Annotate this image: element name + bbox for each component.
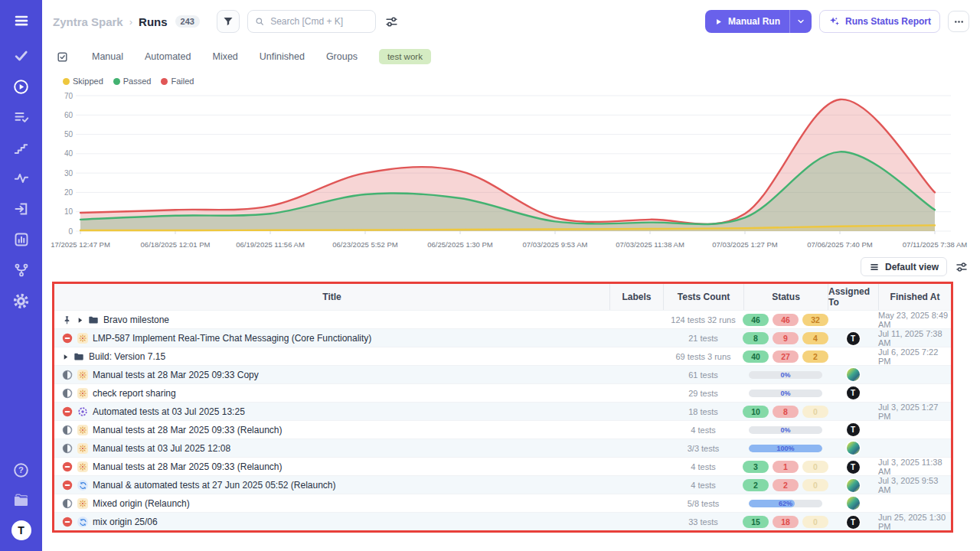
search-input[interactable] [269, 15, 368, 28]
run-title[interactable]: Bravo milestone [103, 315, 169, 325]
runs-status-report-button[interactable]: Runs Status Report [819, 10, 940, 33]
test-plans-icon [14, 109, 29, 125]
user-avatar[interactable]: T [11, 520, 31, 540]
caret-icon[interactable] [77, 317, 83, 324]
run-title[interactable]: Automated tests at 03 Jul 2025 13:25 [93, 406, 245, 417]
svg-text:10: 10 [64, 207, 74, 216]
table-row[interactable]: Manual tests at 28 Mar 2025 09:33 (Relau… [54, 457, 951, 475]
status-cell: 0% [743, 390, 828, 397]
table-row[interactable]: Manual tests at 03 Jul 2025 12:083/3 tes… [54, 439, 951, 457]
folder-icon [88, 315, 99, 325]
sidebar-item-projects[interactable] [11, 490, 32, 511]
photo-avatar[interactable] [847, 479, 860, 492]
search-box[interactable] [247, 10, 376, 33]
table-row[interactable]: Automated tests at 03 Jul 2025 13:2518 t… [54, 402, 951, 420]
column-header-labels[interactable]: Labels [609, 284, 663, 310]
sidebar-item-defects[interactable] [11, 168, 32, 189]
manual-run-dropdown[interactable] [789, 10, 812, 33]
tab-mixed[interactable]: Mixed [212, 51, 237, 62]
t-avatar[interactable]: T [847, 516, 860, 529]
column-header-title[interactable]: Title [54, 284, 609, 310]
column-header-tests-count[interactable]: Tests Count [663, 284, 743, 310]
photo-avatar[interactable] [847, 442, 860, 455]
table-row[interactable]: Manual tests at 28 Mar 2025 09:33 Copy61… [54, 365, 951, 383]
sidebar-item-milestones[interactable] [11, 137, 32, 158]
tab-unfinished[interactable]: Unfinished [260, 51, 305, 62]
filter-button[interactable] [217, 10, 240, 33]
photo-avatar[interactable] [847, 497, 860, 510]
run-title[interactable]: Manual & automated tests at 27 Jun 2025 … [93, 480, 336, 491]
photo-avatar[interactable] [847, 368, 860, 381]
run-title[interactable]: Manual tests at 28 Mar 2025 09:33 (Relau… [93, 461, 282, 472]
run-title[interactable]: check report sharing [93, 388, 176, 399]
table-row[interactable]: Manual & automated tests at 27 Jun 2025 … [54, 475, 951, 494]
tab-groups[interactable]: Groups [326, 51, 358, 62]
run-title[interactable]: Manual tests at 28 Mar 2025 09:33 (Relau… [93, 425, 282, 435]
progress-bar: 0% [749, 390, 822, 397]
search-settings-button[interactable] [384, 15, 400, 28]
sidebar-item-requirements[interactable] [11, 198, 32, 220]
runs-table-annotation-box: TitleLabelsTests CountStatusAssigned ToF… [52, 282, 953, 533]
legend-dot [161, 78, 168, 85]
breadcrumb-project[interactable]: Zyntra Spark [53, 15, 123, 28]
table-row[interactable]: Bravo milestone124 tests 32 runs464632Ma… [54, 310, 951, 328]
sidebar-item-runs[interactable] [11, 76, 32, 97]
svg-text:06/25/2025 1:30 PM: 06/25/2025 1:30 PM [427, 240, 493, 249]
table-row[interactable]: Mixed origin (Relaunch)5/8 tests62% [54, 494, 951, 512]
stopped-icon [62, 333, 73, 344]
main-area: Zyntra Spark › Runs 243 [42, 0, 980, 551]
in-progress-icon [62, 498, 73, 509]
tab-automated[interactable]: Automated [145, 51, 191, 62]
table-row[interactable]: mix origin 25/0633 tests15180TJun 25, 20… [54, 512, 951, 530]
run-title[interactable]: Build: Version 7.15 [89, 351, 165, 362]
sidebar-item-menu[interactable] [11, 10, 32, 31]
sidebar-item-help[interactable]: ? [11, 459, 32, 481]
run-title[interactable]: Manual tests at 03 Jul 2025 12:08 [93, 443, 230, 454]
reports-icon [14, 232, 29, 247]
run-title-cell: Manual tests at 28 Mar 2025 09:33 (Relau… [54, 425, 609, 435]
t-avatar[interactable]: T [847, 461, 860, 474]
table-row[interactable]: check report sharing29 tests0%T [54, 383, 951, 402]
sidebar-item-settings[interactable] [11, 290, 32, 311]
table-row[interactable]: Manual tests at 28 Mar 2025 09:33 (Relau… [54, 420, 951, 439]
t-avatar[interactable]: T [847, 423, 860, 436]
assigned-to-cell [828, 368, 878, 381]
column-header-assigned-to[interactable]: Assigned To [828, 284, 878, 310]
status-cell: 100% [743, 445, 828, 452]
run-title[interactable]: mix origin 25/06 [93, 517, 158, 527]
tab-manual[interactable]: Manual [92, 51, 123, 62]
legend-passed[interactable]: Passed [113, 77, 152, 86]
progress-label: 0% [749, 371, 822, 379]
sidebar-item-test-plans[interactable] [11, 106, 32, 128]
t-avatar[interactable]: T [847, 386, 860, 399]
tag-test-work[interactable]: test work [379, 49, 431, 64]
in-progress-icon [62, 370, 73, 380]
column-header-status[interactable]: Status [743, 284, 828, 310]
progress-bar: 62% [749, 500, 822, 507]
sidebar-item-test-cases[interactable] [11, 45, 32, 67]
more-actions-button[interactable] [948, 11, 969, 32]
default-view-button[interactable]: Default view [861, 257, 947, 276]
run-title[interactable]: Manual tests at 28 Mar 2025 09:33 Copy [93, 370, 259, 380]
legend-skipped[interactable]: Skipped [63, 77, 103, 86]
table-row[interactable]: LMP-587 Implement Real-Time Chat Messagi… [54, 328, 951, 347]
table-row[interactable]: Build: Version 7.1569 tests 3 runs40272J… [54, 347, 951, 365]
manual-run-button[interactable]: Manual Run [705, 10, 812, 33]
run-title[interactable]: Mixed origin (Relaunch) [93, 498, 190, 509]
sidebar-item-reports[interactable] [11, 229, 32, 250]
projects-icon [13, 493, 29, 509]
t-avatar[interactable]: T [847, 332, 860, 345]
manual-run-icon [77, 443, 88, 454]
tests-count-cell: 4 tests [663, 425, 743, 435]
sidebar-item-versions[interactable] [11, 259, 32, 281]
run-title[interactable]: LMP-587 Implement Real-Time Chat Messagi… [93, 333, 371, 344]
column-header-finished-at[interactable]: Finished At [878, 284, 951, 310]
legend-failed[interactable]: Failed [161, 77, 194, 86]
caret-icon[interactable] [62, 354, 69, 360]
topbar: Zyntra Spark › Runs 243 [42, 0, 980, 43]
select-runs-button[interactable] [54, 51, 70, 64]
column-settings-button[interactable] [954, 261, 969, 273]
manual-run-icon [77, 370, 88, 380]
mixed-run-icon [77, 480, 88, 491]
manual-run-icon [77, 333, 88, 344]
